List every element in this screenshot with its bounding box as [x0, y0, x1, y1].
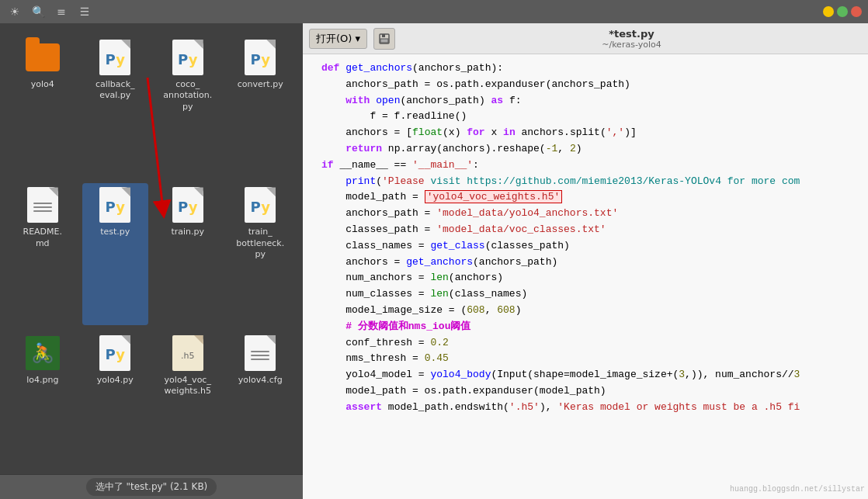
py-icon: Py	[169, 186, 207, 224]
code-line: classes_path = 'model_data/voc_classes.t…	[315, 222, 868, 238]
dropdown-arrow: ▾	[355, 33, 360, 44]
file-panel: yolo4 Py callback_eval.py Py coco_annota…	[0, 23, 303, 499]
file-title: *test.py	[401, 28, 862, 40]
status-bar: 选中了 "test.py" (2.1 KB)	[0, 474, 303, 499]
image-icon: 🚴	[24, 334, 61, 372]
code-line: num_anchors = len(anchors)	[315, 270, 868, 286]
code-content[interactable]: def get_anchors(anchors_path): anchors_p…	[303, 54, 868, 499]
py-icon: Py	[241, 186, 279, 224]
file-item-coco[interactable]: Py coco_annotation.py	[155, 36, 221, 177]
svg-rect-2	[382, 34, 385, 37]
code-line: if __name__ == '__main__':	[315, 158, 868, 174]
code-line: conf_thresh = 0.2	[315, 335, 868, 352]
code-line: with open(anchors_path) as f:	[315, 93, 868, 109]
file-item-callback[interactable]: Py callback_eval.py	[82, 36, 149, 177]
file-grid: yolo4 Py callback_eval.py Py coco_annota…	[0, 23, 303, 474]
txt-icon	[24, 186, 61, 224]
svg-rect-3	[380, 39, 388, 43]
code-panel: 打开(O) ▾ *test.py ~/keras-yolo4 def get_a…	[303, 23, 868, 499]
file-label: callback_eval.py	[95, 79, 135, 102]
code-line: def get_anchors(anchors_path):	[315, 61, 868, 77]
code-line: f = f.readline()	[315, 109, 868, 125]
file-item-h5[interactable]: .h5 yolo4_voc_weights.h5	[155, 331, 221, 462]
watermark: huangg.bloggsdn.net/sillystar	[730, 483, 865, 496]
file-label: yolo4	[31, 79, 54, 90]
file-label: README.md	[23, 227, 62, 249]
file-item-yolo4[interactable]: yolo4	[9, 36, 76, 177]
py-icon: Py	[96, 186, 134, 224]
py-icon: Py	[169, 39, 207, 76]
cfg-icon	[241, 334, 279, 372]
search-icon[interactable]: 🔍	[30, 3, 47, 20]
code-line: class_names = get_class(classes_path)	[315, 238, 868, 255]
py-icon: Py	[96, 39, 134, 76]
save-button[interactable]	[373, 28, 395, 50]
code-line: anchors = [float(x) for x in anchors.spl…	[315, 125, 868, 141]
file-item-cfg[interactable]: yolov4.cfg	[227, 331, 294, 462]
close-button[interactable]	[851, 6, 862, 17]
maximize-button[interactable]	[837, 6, 848, 17]
code-line: model_path = os.path.expanduser(model_pa…	[315, 383, 868, 400]
main-content: yolo4 Py callback_eval.py Py coco_annota…	[0, 23, 868, 499]
open-label: 打开(O)	[316, 32, 352, 46]
py-icon: Py	[241, 39, 279, 76]
file-label: yolov4.cfg	[238, 375, 283, 386]
code-line: # 分数阈值和nms_iou阈值	[315, 319, 868, 335]
file-item-train-bottleneck[interactable]: Py train_bottleneck.py	[227, 183, 294, 324]
code-line: anchors_path = os.path.expanduser(anchor…	[315, 77, 868, 93]
save-icon	[378, 33, 391, 45]
code-line: nms_thresh = 0.45	[315, 351, 868, 367]
top-bar: ☀ 🔍 ≡ ☰	[0, 0, 868, 23]
code-line: num_classes = len(class_names)	[315, 286, 868, 303]
list-icon[interactable]: ≡	[53, 3, 70, 20]
code-line: model_image_size = (608, 608)	[315, 303, 868, 319]
h5-icon: .h5	[169, 334, 207, 372]
open-button[interactable]: 打开(O) ▾	[309, 29, 367, 49]
file-label: test.py	[100, 227, 130, 237]
file-label: convert.py	[238, 79, 283, 90]
code-toolbar: 打开(O) ▾ *test.py ~/keras-yolo4	[303, 23, 868, 54]
py-icon: Py	[96, 334, 134, 372]
file-item-convert[interactable]: Py convert.py	[227, 36, 294, 177]
code-line: anchors_path = 'model_data/yolo4_anchors…	[315, 206, 868, 222]
code-line: yolo4_model = yolo4_body(Input(shape=mod…	[315, 367, 868, 383]
file-label: yolo4_voc_weights.h5	[165, 375, 211, 397]
file-label: coco_annotation.py	[163, 79, 212, 113]
file-label: yolo4.py	[97, 375, 134, 386]
code-line: assert model_path.endswith('.h5'), 'Kera…	[315, 400, 868, 416]
status-text: 选中了 "test.py" (2.1 KB)	[86, 478, 217, 496]
window-controls	[823, 6, 862, 17]
file-item-image[interactable]: 🚴 lo4.png	[9, 331, 76, 462]
menu-icon[interactable]: ☰	[76, 3, 93, 20]
file-item-test[interactable]: Py test.py	[82, 183, 149, 324]
code-line: model_path = 'yolo4_voc_weights.h5'	[315, 189, 868, 206]
code-line: return np.array(anchors).reshape(-1, 2)	[315, 141, 868, 158]
file-label: train.py	[171, 227, 204, 237]
code-line: print('Please visit https://github.com/m…	[315, 174, 868, 190]
file-label: train_bottleneck.py	[236, 227, 284, 260]
file-title-area: *test.py ~/keras-yolo4	[401, 28, 862, 50]
file-item-yolo4py[interactable]: Py yolo4.py	[82, 331, 149, 462]
file-item-train[interactable]: Py train.py	[155, 183, 221, 324]
folder-icon	[24, 39, 61, 76]
file-item-readme[interactable]: README.md	[9, 183, 76, 324]
minimize-button[interactable]	[823, 6, 834, 17]
brightness-icon[interactable]: ☀	[6, 3, 23, 20]
file-label: lo4.png	[26, 375, 58, 386]
file-path: ~/keras-yolo4	[401, 40, 862, 50]
code-line: anchors = get_anchors(anchors_path)	[315, 255, 868, 271]
